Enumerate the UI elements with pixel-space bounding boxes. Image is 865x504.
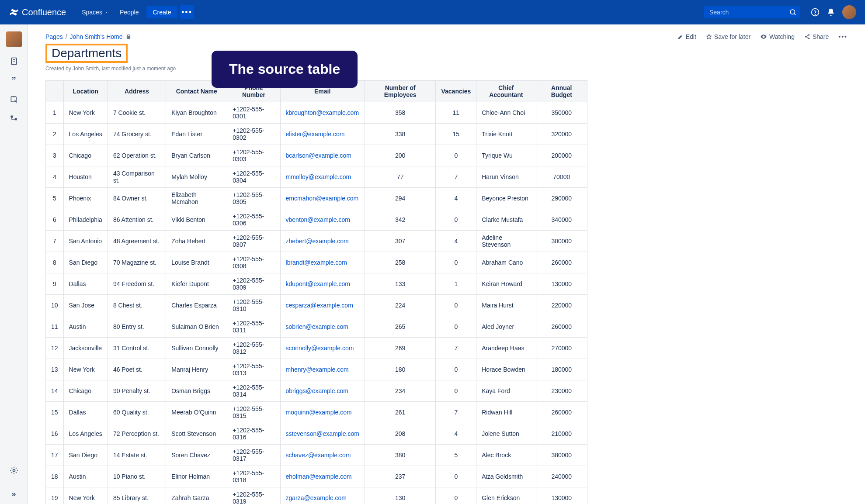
breadcrumb-pages[interactable]: Pages: [45, 33, 63, 40]
share-action[interactable]: Share: [804, 33, 829, 40]
cell-address: 74 Grocery st.: [108, 124, 166, 145]
email-link[interactable]: eholman@example.com: [286, 473, 352, 480]
cell-employees: 237: [365, 466, 436, 487]
cell-rownum: 6: [46, 209, 64, 231]
email-link[interactable]: sconnolly@example.com: [286, 345, 354, 352]
space-avatar[interactable]: [6, 31, 22, 47]
cell-rownum: 17: [46, 445, 64, 466]
sidebar-collapse[interactable]: »: [6, 484, 21, 504]
cell-address: 72 Perception st.: [108, 423, 166, 445]
cell-phone: +1202-555-0312: [227, 338, 280, 359]
col-vacancies[interactable]: Vacancies: [436, 81, 476, 102]
breadcrumb-home[interactable]: John Smith's Home: [70, 33, 123, 40]
email-link[interactable]: zgarza@example.com: [286, 494, 347, 501]
email-link[interactable]: emcmahon@example.com: [286, 195, 359, 202]
email-link[interactable]: lbrandt@example.com: [286, 259, 347, 266]
cell-phone: +1202-555-0307: [227, 231, 280, 252]
cell-location: San Antonio: [63, 231, 108, 252]
email-link[interactable]: mhenry@example.com: [286, 366, 349, 373]
col-budget[interactable]: Annual Budget: [536, 81, 587, 102]
cell-phone: +1202-555-0313: [227, 359, 280, 380]
cell-rownum: 3: [46, 145, 64, 166]
cell-contact: Sullivan Connolly: [166, 338, 227, 359]
nav-spaces[interactable]: Spaces: [76, 5, 115, 19]
help-icon: [811, 8, 820, 17]
cell-accountant: Horace Bowden: [476, 359, 536, 380]
user-avatar[interactable]: [842, 5, 856, 19]
search-wrap: [704, 6, 800, 18]
cell-employees: 224: [365, 295, 436, 316]
email-link[interactable]: sobrien@example.com: [286, 323, 348, 330]
app-logo[interactable]: Confluence: [9, 7, 66, 17]
cell-address: 70 Magazine st.: [108, 252, 166, 273]
sidebar-pages[interactable]: [9, 56, 19, 66]
cell-phone: +1202-555-0304: [227, 166, 280, 188]
cell-email: elister@example.com: [280, 124, 365, 145]
help-button[interactable]: [807, 4, 823, 20]
email-link[interactable]: kdupont@example.com: [286, 280, 350, 287]
svg-rect-5: [10, 116, 13, 118]
byline: Created by John Smith, last modified jus…: [45, 66, 848, 72]
svg-point-0: [790, 10, 795, 14]
email-link[interactable]: kbroughton@example.com: [286, 109, 359, 116]
cell-email: vbenton@example.com: [280, 209, 365, 231]
restrictions-icon[interactable]: [125, 34, 132, 40]
nav-spaces-label: Spaces: [82, 9, 102, 16]
cell-budget: 130000: [536, 487, 587, 504]
cell-accountant: Kaya Ford: [476, 380, 536, 402]
table-row: 14Chicago90 Penalty st.Osman Briggs+1202…: [46, 380, 587, 402]
cell-address: 8 Chest st.: [108, 295, 166, 316]
search-input[interactable]: [704, 6, 800, 18]
email-link[interactable]: moquinn@example.com: [286, 409, 352, 416]
email-link[interactable]: schavez@example.com: [286, 452, 351, 459]
col-rownum[interactable]: [46, 81, 64, 102]
watch-action[interactable]: Watching: [760, 33, 795, 40]
cell-vacancies: 11: [436, 102, 476, 124]
more-button[interactable]: •••: [180, 5, 194, 19]
cell-phone: +1202-555-0317: [227, 445, 280, 466]
sidebar-tree[interactable]: [9, 114, 19, 124]
email-link[interactable]: mmolloy@example.com: [286, 173, 351, 180]
cell-location: San Diego: [63, 445, 108, 466]
cell-budget: 240000: [536, 466, 587, 487]
col-accountant[interactable]: Chief Accountant: [476, 81, 536, 102]
cell-vacancies: 4: [436, 423, 476, 445]
cell-budget: 340000: [536, 209, 587, 231]
cell-accountant: Clarke Mustafa: [476, 209, 536, 231]
email-link[interactable]: vbenton@example.com: [286, 216, 350, 223]
email-link[interactable]: bcarlson@example.com: [286, 152, 351, 159]
cell-budget: 180000: [536, 359, 587, 380]
create-button[interactable]: Create: [146, 6, 177, 18]
cell-budget: 270000: [536, 338, 587, 359]
cell-accountant: Alec Brock: [476, 445, 536, 466]
email-link[interactable]: elister@example.com: [286, 131, 345, 138]
col-employees[interactable]: Number of Employees: [365, 81, 436, 102]
email-link[interactable]: cesparza@example.com: [286, 302, 353, 309]
cell-budget: 230000: [536, 380, 587, 402]
nav-people[interactable]: People: [115, 5, 144, 19]
share-label: Share: [813, 33, 829, 40]
col-location[interactable]: Location: [63, 81, 108, 102]
cell-address: 60 Quality st.: [108, 402, 166, 423]
edit-action[interactable]: Edit: [677, 33, 696, 40]
cell-address: 43 Comparison st.: [108, 166, 166, 188]
cell-contact: Meerab O'Quinn: [166, 402, 227, 423]
notifications-button[interactable]: [823, 4, 839, 20]
cell-address: 84 Owner st.: [108, 188, 166, 209]
email-link[interactable]: zhebert@example.com: [286, 238, 349, 245]
more-actions[interactable]: •••: [838, 33, 848, 40]
cell-budget: 70000: [536, 166, 587, 188]
cell-accountant: Trixie Knott: [476, 124, 536, 145]
cell-accountant: Jolene Sutton: [476, 423, 536, 445]
cell-email: schavez@example.com: [280, 445, 365, 466]
ellipsis-icon: •••: [181, 8, 192, 17]
pencil-icon: [677, 34, 684, 40]
email-link[interactable]: obriggs@example.com: [286, 387, 348, 394]
col-address[interactable]: Address: [108, 81, 166, 102]
sidebar-blog[interactable]: ”: [9, 75, 19, 86]
sidebar-shortcuts[interactable]: [9, 94, 19, 105]
save-later-action[interactable]: Save for later: [706, 33, 750, 40]
search-icon[interactable]: [789, 8, 797, 16]
sidebar-settings[interactable]: [9, 465, 19, 476]
email-link[interactable]: sstevenson@example.com: [286, 430, 359, 437]
